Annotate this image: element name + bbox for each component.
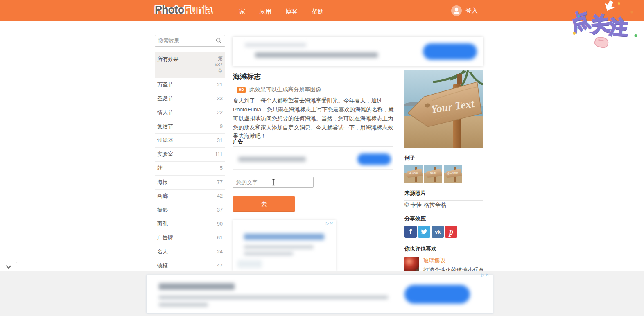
- category-label: 面孔: [157, 220, 168, 228]
- login-button[interactable]: 登入: [451, 5, 478, 16]
- ad-blurred-text: [159, 296, 388, 299]
- anchor-ad-collapse-tab[interactable]: [0, 262, 17, 271]
- category-label: 万圣节: [157, 81, 173, 88]
- share-heading: 分享效应: [404, 215, 483, 226]
- ad-blurred-text: [237, 260, 262, 268]
- login-label: 登入: [465, 7, 478, 15]
- vk-share-icon[interactable]: vk: [432, 226, 444, 238]
- category-count: 90: [217, 221, 223, 227]
- ad-close-icon[interactable]: ✕: [486, 273, 490, 277]
- user-avatar-icon: [451, 5, 462, 16]
- category-label: 广告牌: [157, 234, 173, 242]
- category-label: 过滤器: [157, 137, 173, 144]
- category-count: 111: [215, 151, 223, 157]
- ad-blurred-text: [238, 157, 306, 162]
- ad-blurred-button[interactable]: [404, 285, 470, 304]
- category-photography[interactable]: 摄影37: [155, 203, 225, 217]
- category-filters[interactable]: 过滤器31: [155, 134, 225, 148]
- inline-ad[interactable]: [233, 149, 393, 170]
- ad-blurred-text: [245, 43, 306, 47]
- category-label: 海报: [157, 178, 168, 186]
- example-thumbnail[interactable]: Summer: [444, 165, 462, 183]
- lower-ad-card[interactable]: ▷✕: [233, 220, 336, 271]
- confetti-dot: [630, 11, 633, 13]
- search-icon[interactable]: [216, 38, 222, 44]
- adchoices-icon[interactable]: ▷: [326, 221, 330, 226]
- category-halloween[interactable]: 万圣节21: [155, 78, 225, 92]
- ad-close-icon[interactable]: ✕: [330, 221, 334, 226]
- category-valentines[interactable]: 情人节22: [155, 106, 225, 120]
- watermark-char: 注: [608, 14, 629, 41]
- ad-corner-controls: ▷✕: [326, 221, 334, 226]
- category-count: 33: [217, 96, 223, 102]
- nav-help[interactable]: 帮助: [312, 8, 324, 16]
- photofunia-logo[interactable]: PhotoFunia: [155, 4, 211, 16]
- search-input[interactable]: [158, 38, 216, 44]
- ad-blurred-text: [255, 52, 378, 58]
- watermark-char: 关: [590, 11, 611, 38]
- confetti-dot: [618, 2, 620, 5]
- ad-section-label: 广告: [233, 138, 243, 145]
- top-navbar: PhotoFunia 家 应用 博客 帮助 登入: [0, 0, 644, 21]
- category-galleries[interactable]: 画廊42: [155, 190, 225, 203]
- category-cards[interactable]: 牌5: [155, 162, 225, 176]
- ad-blurred-button[interactable]: [423, 43, 477, 60]
- hd-note-text: 此效果可以生成高分辨率图像: [249, 86, 321, 93]
- category-faces[interactable]: 面孔90: [155, 217, 225, 231]
- ad-blurred-headline: [244, 234, 324, 240]
- follow-watermark-sticker: 点关注: [569, 0, 641, 50]
- source-photo-heading: 来源照片: [404, 190, 483, 201]
- category-celebrities[interactable]: 名人24: [155, 245, 225, 259]
- category-count: 37: [217, 207, 223, 213]
- category-count: 61: [217, 235, 223, 241]
- hd-badge: HD: [237, 87, 246, 93]
- ad-blurred-button[interactable]: [357, 153, 391, 165]
- effect-description: 夏天到了，每个人都盼望着去海滩享受阳光。今年夏天，通过PhotoFunia，您只…: [233, 96, 395, 141]
- category-count: 21: [217, 82, 223, 88]
- effect-preview-image: Your Text: [404, 70, 483, 148]
- ad-separator: [233, 146, 393, 147]
- category-label: 情人节: [157, 109, 173, 116]
- logo-part-photo: Photo: [155, 4, 184, 16]
- facebook-share-icon[interactable]: f: [404, 226, 417, 238]
- sign-text-input[interactable]: [233, 177, 314, 188]
- category-billboards[interactable]: 广告牌61: [155, 231, 225, 245]
- anchor-ad-panel[interactable]: [147, 275, 493, 313]
- category-label: 镜框: [157, 262, 168, 269]
- category-label: 牌: [157, 165, 163, 172]
- category-lab[interactable]: 实验室111: [155, 148, 225, 162]
- adchoices-icon[interactable]: ▷: [481, 273, 486, 277]
- main-nav: 家 应用 博客 帮助: [239, 8, 324, 16]
- logo-part-funia: Funia: [184, 4, 211, 16]
- anchor-ad-controls: ▷✕: [481, 273, 490, 277]
- pinterest-share-icon[interactable]: p: [445, 226, 457, 238]
- examples-heading: 例子: [404, 154, 483, 165]
- glass-ornament-thumbnail: [404, 257, 419, 272]
- effect-title: 海滩标志: [233, 72, 261, 81]
- nav-blog[interactable]: 博客: [285, 8, 298, 16]
- confetti-dot: [634, 34, 637, 37]
- category-christmas[interactable]: 圣诞节33: [155, 92, 225, 106]
- example-thumbnail[interactable]: Holiday: [404, 165, 423, 183]
- ad-blurred-text: [159, 303, 208, 307]
- also-like-title-link[interactable]: 玻璃摆设: [423, 257, 484, 264]
- top-ad-banner[interactable]: [233, 37, 483, 66]
- nav-home[interactable]: 家: [239, 8, 245, 16]
- category-label: 所有效果: [157, 56, 179, 63]
- chevron-down-icon: [6, 265, 11, 269]
- category-easter[interactable]: 复活节9: [155, 120, 225, 134]
- twitter-share-icon[interactable]: [418, 226, 430, 238]
- thumbs-up-icon: [594, 36, 609, 49]
- category-count: 第 637 章: [212, 56, 223, 74]
- ad-blurred-text: [244, 245, 314, 249]
- category-posters[interactable]: 海报77: [155, 176, 225, 190]
- category-count: 22: [217, 110, 223, 115]
- category-all-effects[interactable]: 所有效果 第 637 章: [155, 52, 225, 78]
- go-button[interactable]: 去: [233, 196, 295, 212]
- category-count: 47: [217, 263, 223, 269]
- category-label: 实验室: [157, 151, 173, 158]
- nav-apps[interactable]: 应用: [259, 8, 271, 16]
- example-thumbnail[interactable]: Sand: [424, 165, 442, 183]
- category-sidebar: 所有效果 第 637 章 万圣节21 圣诞节33 情人节22 复活节9 过滤器3…: [155, 35, 225, 301]
- also-like-heading: 你也许也喜欢: [404, 245, 483, 256]
